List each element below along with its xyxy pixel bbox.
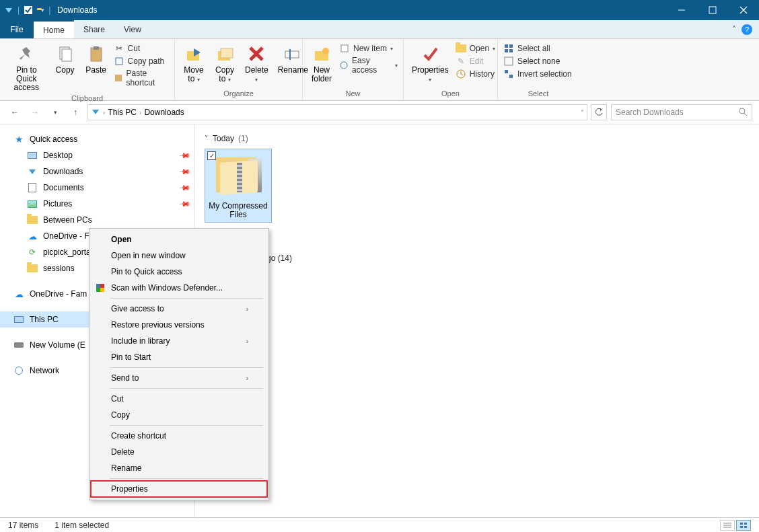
invert-selection-button[interactable]: Invert selection — [503, 69, 572, 79]
svg-rect-30 — [96, 288, 100, 292]
nav-between-pcs[interactable]: Between PCs — [0, 212, 194, 228]
svg-rect-37 — [740, 526, 743, 528]
easy-access-button[interactable]: Easy access ▾ — [339, 56, 398, 75]
recent-dropdown[interactable]: ▾ — [47, 104, 63, 120]
window-title: Downloads — [57, 5, 97, 15]
ctx-include-library[interactable]: Include in library› — [91, 333, 267, 349]
view-details-button[interactable] — [720, 520, 735, 531]
move-to-button[interactable]: Move to ▾ — [180, 42, 207, 85]
svg-rect-24 — [505, 70, 508, 73]
svg-rect-38 — [744, 526, 747, 528]
shield-icon — [95, 282, 106, 293]
qat-sep: | — [17, 5, 20, 15]
tab-share[interactable]: Share — [74, 20, 114, 38]
new-item-button[interactable]: New item ▾ — [339, 43, 398, 54]
qat-check-icon[interactable] — [24, 5, 33, 15]
svg-rect-29 — [100, 284, 104, 288]
history-button[interactable]: History — [456, 69, 495, 79]
crumb-thispc[interactable]: This PC — [108, 108, 137, 117]
file-menu[interactable]: File — [0, 20, 34, 38]
edit-button[interactable]: ✎Edit — [456, 56, 495, 67]
up-button[interactable]: ↑ — [67, 104, 83, 120]
svg-rect-2 — [709, 7, 716, 13]
titlebar: | ▾ | Downloads — [0, 0, 759, 20]
nav-desktop[interactable]: Desktop📌 — [0, 147, 194, 163]
paste-button[interactable]: Paste — [83, 42, 110, 76]
svg-rect-25 — [509, 75, 513, 78]
group-open-label: Open — [409, 89, 492, 99]
pin-icon: 📌 — [178, 165, 190, 178]
close-button[interactable] — [728, 0, 759, 20]
copy-to-button[interactable]: Copy to ▾ — [211, 42, 238, 85]
paste-shortcut-button[interactable]: Paste shortcut — [114, 69, 169, 87]
forward-button[interactable]: → — [27, 104, 43, 120]
breadcrumb[interactable]: › This PC › Downloads ˅ — [87, 104, 587, 120]
status-items: 17 items — [8, 521, 38, 530]
ctx-cut[interactable]: Cut — [91, 391, 267, 407]
select-all-button[interactable]: Select all — [503, 43, 572, 54]
down-arrow-icon[interactable] — [4, 5, 13, 15]
group-earlier-header[interactable]: . go (14) — [205, 254, 750, 263]
ctx-delete[interactable]: Delete — [91, 444, 267, 460]
statusbar: 17 items 1 item selected — [0, 517, 759, 532]
view-large-icons-button[interactable] — [736, 520, 751, 531]
chevron-down-icon: ˅ — [205, 135, 209, 143]
svg-rect-7 — [116, 58, 122, 65]
pin-to-quick-access-button[interactable]: Pin to Quick access — [5, 42, 48, 94]
svg-rect-6 — [94, 46, 99, 50]
ctx-properties[interactable]: Properties — [91, 481, 267, 497]
svg-rect-22 — [509, 49, 513, 52]
svg-rect-36 — [744, 523, 747, 525]
star-icon: ★ — [13, 134, 24, 145]
ctx-pin-quick-access[interactable]: Pin to Quick access — [91, 264, 267, 280]
svg-rect-28 — [96, 284, 100, 288]
ctx-pin-start[interactable]: Pin to Start — [91, 349, 267, 365]
help-icon[interactable]: ? — [742, 24, 752, 35]
copy-button[interactable]: Copy — [52, 42, 79, 76]
search-input[interactable]: Search Downloads — [611, 104, 752, 120]
ctx-give-access[interactable]: Give access to› — [91, 301, 267, 317]
maximize-button[interactable] — [697, 0, 728, 20]
chevron-right-icon: › — [139, 109, 141, 116]
chevron-right-icon: › — [103, 109, 105, 116]
search-placeholder: Search Downloads — [616, 108, 684, 117]
svg-rect-8 — [115, 75, 122, 81]
delete-button[interactable]: Delete ▾ — [242, 42, 271, 85]
ctx-create-shortcut[interactable]: Create shortcut — [91, 428, 267, 444]
nav-documents[interactable]: Documents📌 — [0, 180, 194, 196]
properties-button[interactable]: Properties ▾ — [409, 42, 451, 85]
cut-button[interactable]: ✂Cut — [114, 43, 169, 54]
copy-path-button[interactable]: Copy path — [114, 56, 169, 67]
addressbar: ← → ▾ ↑ › This PC › Downloads ˅ Search D… — [0, 101, 759, 124]
ctx-scan-defender[interactable]: Scan with Windows Defender... — [91, 280, 267, 296]
ctx-separator — [110, 425, 263, 426]
file-my-compressed[interactable]: ✓ My Compressed Files — [205, 149, 272, 223]
refresh-button[interactable] — [591, 104, 607, 120]
nav-pictures[interactable]: Pictures📌 — [0, 196, 194, 212]
group-today-header[interactable]: ˅ Today (1) — [205, 134, 750, 143]
chevron-down-icon[interactable]: ˅ — [581, 109, 584, 116]
content-pane[interactable]: ˅ Today (1) ✓ My Compressed Files . go (… — [195, 124, 759, 517]
nav-quick-access[interactable]: ★Quick access — [0, 131, 194, 147]
ctx-restore-versions[interactable]: Restore previous versions — [91, 317, 267, 333]
collapse-ribbon-icon[interactable]: ˄ — [732, 25, 736, 34]
new-folder-button[interactable]: New folder — [308, 42, 335, 85]
tab-home[interactable]: Home — [34, 20, 74, 38]
ctx-send-to[interactable]: Send to› — [91, 370, 267, 386]
select-none-button[interactable]: Select none — [503, 56, 572, 67]
chevron-right-icon: › — [246, 375, 248, 382]
tab-view[interactable]: View — [114, 20, 151, 38]
ctx-rename[interactable]: Rename — [91, 460, 267, 476]
ctx-open-new-window[interactable]: Open in new window — [91, 248, 267, 264]
back-button[interactable]: ← — [7, 104, 23, 120]
nav-downloads[interactable]: Downloads📌 — [0, 163, 194, 180]
qat-sep2: | — [48, 5, 50, 15]
ctx-copy[interactable]: Copy — [91, 407, 267, 423]
svg-point-17 — [340, 62, 347, 69]
pin-icon: 📌 — [178, 149, 190, 161]
ctx-open[interactable]: Open — [91, 231, 267, 248]
open-button[interactable]: Open ▾ — [456, 43, 495, 54]
minimize-button[interactable] — [666, 0, 697, 20]
crumb-downloads[interactable]: Downloads — [144, 108, 184, 117]
qat-dropdown-icon[interactable]: ▾ — [41, 7, 44, 13]
